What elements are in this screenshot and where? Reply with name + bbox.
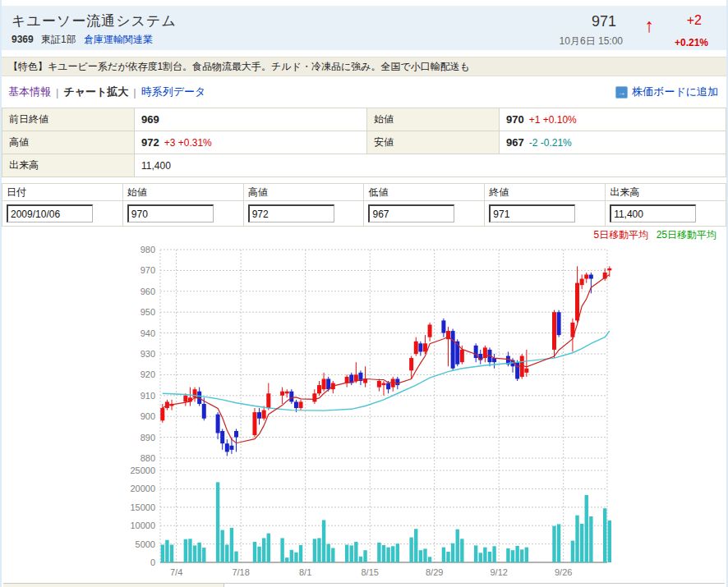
high-label: 高値	[2, 131, 135, 154]
high-value: 972+3 +0.31%	[135, 131, 367, 154]
up-arrow-icon: ↑	[645, 15, 655, 37]
legend-ma5: 5日移動平均	[594, 229, 649, 241]
table-row: 出来高 11,400	[2, 154, 726, 177]
add-to-board-link[interactable]: 株価ボードに追加	[632, 85, 718, 99]
svg-text:9/12: 9/12	[490, 567, 507, 577]
high-column-label: 高値	[243, 184, 364, 201]
volume-column-label: 出来高	[606, 184, 726, 201]
tab-bar: 基本情報 | チャート拡大 | 時系列データ → 株価ボードに追加	[2, 83, 726, 101]
company-feature-bar: 【特色】キユーピー系だが依存度1割台。食品物流最大手。チルド・冷凍品に強み。全国…	[2, 57, 726, 76]
prev-close-value: 969	[135, 108, 367, 131]
candlestick-volume-chart: 9809709609509409309209109008908802500020…	[2, 241, 728, 583]
svg-text:9/26: 9/26	[555, 567, 572, 577]
svg-text:20000: 20000	[130, 484, 155, 493]
svg-text:7/4: 7/4	[170, 567, 182, 577]
low-input[interactable]	[368, 204, 454, 222]
svg-text:8/1: 8/1	[299, 567, 311, 577]
svg-text:900: 900	[141, 411, 155, 421]
stock-market: 東証1部	[41, 34, 76, 45]
svg-text:980: 980	[141, 245, 155, 255]
low-column-label: 低値	[364, 184, 485, 201]
low-value: 967-2 -0.21%	[500, 131, 726, 154]
high-change: +3 +0.31%	[164, 137, 212, 149]
svg-text:890: 890	[141, 433, 155, 443]
form-input-row	[2, 201, 726, 227]
close-input[interactable]	[489, 204, 575, 222]
tab-separator: |	[133, 86, 136, 99]
svg-text:15000: 15000	[130, 502, 155, 512]
current-price: 971	[592, 13, 616, 30]
svg-text:960: 960	[141, 287, 155, 296]
price-change: +2	[687, 13, 702, 28]
quote-datetime: 10月6日 15:00	[560, 34, 623, 48]
svg-text:8/15: 8/15	[361, 567, 378, 577]
tab-timeseries-data[interactable]: 時系列データ	[141, 85, 206, 99]
ma-legend: 5日移動平均 25日移動平均	[2, 228, 726, 241]
stock-meta: 9369 東証1部 倉庫運輸関連業	[12, 33, 153, 47]
svg-text:880: 880	[141, 453, 155, 463]
svg-text:5000: 5000	[136, 539, 155, 549]
prev-close-label: 前日終値	[2, 108, 135, 131]
svg-text:930: 930	[141, 349, 155, 359]
volume-label: 出来高	[2, 154, 135, 177]
svg-text:8/29: 8/29	[426, 567, 443, 577]
open-change: +1 +0.10%	[529, 114, 577, 126]
low-change: -2 -0.21%	[529, 137, 572, 149]
open-column-label: 始値	[122, 184, 243, 201]
open-value: 970+1 +0.10%	[500, 108, 726, 131]
svg-text:950: 950	[141, 307, 155, 317]
partial-label-cell	[3, 584, 224, 587]
legend-ma25: 25日移動平均	[657, 229, 716, 241]
date-input[interactable]	[7, 204, 93, 222]
svg-text:7/18: 7/18	[232, 567, 249, 577]
price-change-percent: +0.21%	[675, 37, 708, 48]
tab-basic-info[interactable]: 基本情報	[8, 85, 51, 99]
partial-table-row	[3, 583, 725, 587]
open-label: 始値	[367, 108, 500, 131]
stock-code: 9369	[12, 34, 34, 45]
tab-chart-enlarge[interactable]: チャート拡大	[63, 85, 128, 99]
svg-text:0: 0	[150, 557, 155, 567]
timeseries-form-table: 日付 始値 高値 低値 終値 出来高	[2, 183, 726, 227]
tab-separator: |	[56, 86, 58, 99]
low-label: 安値	[367, 131, 500, 154]
quote-header: キユーソー流通システム 9369 東証1部 倉庫運輸関連業 971 10月6日 …	[2, 6, 726, 50]
table-row: 高値 972+3 +0.31% 安値 967-2 -0.21%	[2, 131, 726, 154]
volume-value: 11,400	[135, 154, 726, 177]
date-column-label: 日付	[2, 184, 123, 201]
price-summary-table: 前日終値 969 始値 970+1 +0.10% 高値 972+3 +0.31%…	[2, 108, 726, 177]
svg-text:10000: 10000	[130, 521, 155, 530]
high-input[interactable]	[248, 204, 334, 222]
partial-value-cell	[224, 584, 725, 587]
svg-text:940: 940	[141, 328, 155, 338]
stock-name: キユーソー流通システム	[12, 11, 177, 30]
add-to-board-icon: →	[615, 86, 628, 99]
open-input[interactable]	[127, 204, 214, 222]
svg-text:910: 910	[141, 391, 155, 401]
svg-text:970: 970	[141, 265, 155, 275]
stock-detail-page: キユーソー流通システム 9369 東証1部 倉庫運輸関連業 971 10月6日 …	[0, 0, 728, 587]
form-label-row: 日付 始値 高値 低値 終値 出来高	[2, 184, 726, 201]
svg-text:25000: 25000	[130, 465, 155, 475]
table-row: 前日終値 969 始値 970+1 +0.10%	[2, 108, 726, 131]
svg-text:920: 920	[141, 369, 155, 379]
industry-link[interactable]: 倉庫運輸関連業	[84, 34, 153, 45]
close-column-label: 終値	[485, 184, 606, 201]
volume-input[interactable]	[610, 204, 696, 222]
